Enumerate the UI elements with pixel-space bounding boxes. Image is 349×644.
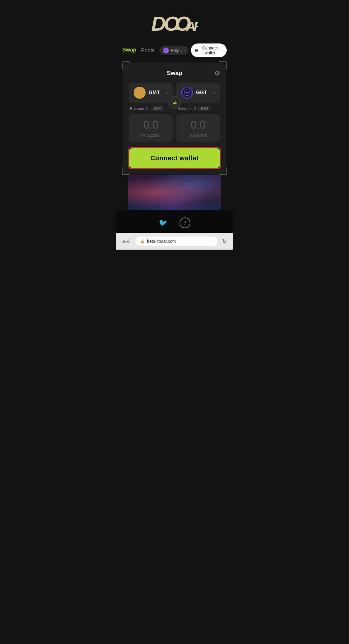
svg-marker-7 — [165, 49, 167, 52]
browser-bar-jp[interactable]: ああ — [122, 239, 131, 244]
main-area: Swap ⚙ ₿ GMT — [116, 62, 233, 210]
network-chevron-icon: › — [184, 48, 185, 52]
header: D O O A R — [116, 0, 233, 41]
reload-icon[interactable]: ↻ — [222, 238, 227, 245]
logo: D O O A R — [151, 11, 198, 35]
token-from-selector[interactable]: ₿ GMT › — [129, 83, 173, 103]
amount-from-value: 0.0 — [134, 119, 168, 131]
connect-wallet-nav-chevron-icon: › — [221, 48, 223, 52]
wallet-nav-icon: ⊟ — [195, 48, 199, 53]
nav-swap[interactable]: Swap — [122, 47, 136, 54]
token-to-balance-row: Balance: 0 MAX — [176, 105, 220, 112]
svg-text:R: R — [194, 19, 198, 33]
connect-wallet-nav-button[interactable]: ⊟ Connect wallet › — [191, 43, 227, 57]
tokens-row: ₿ GMT › Balance: 0 MAX ⇄ — [129, 83, 220, 112]
svg-point-15 — [186, 92, 188, 94]
token-to-name: GGT — [196, 90, 207, 96]
twitter-icon[interactable]: 🐦 — [159, 219, 168, 227]
settings-icon[interactable]: ⚙ — [214, 69, 220, 77]
token-to-max-button[interactable]: MAX — [198, 106, 211, 111]
corner-tr — [219, 61, 227, 70]
amounts-row: 0.0 $ 0.123207 0.0 $ 5.66188 — [129, 112, 220, 142]
token-to-section: GGT › Balance: 0 MAX — [176, 83, 220, 112]
swap-direction-button[interactable]: ⇄ — [168, 96, 181, 109]
swap-arrows-icon: ⇄ — [173, 100, 177, 105]
card-wrapper: Swap ⚙ ₿ GMT — [122, 62, 227, 175]
token-from-chevron-icon: › — [166, 90, 168, 95]
amount-from-usd: $ 0.123207 — [134, 133, 168, 138]
amount-from-section[interactable]: 0.0 $ 0.123207 — [129, 114, 173, 142]
token-from-max-button[interactable]: MAX — [151, 106, 163, 111]
token-to-chevron-icon: › — [214, 90, 215, 95]
footer: 🐦 ? — [116, 210, 233, 233]
gmt-icon: ₿ — [134, 87, 146, 99]
swap-panel: Swap ⚙ ₿ GMT — [123, 63, 226, 174]
corner-bl — [122, 167, 130, 175]
token-from-balance-row: Balance: 0 MAX — [129, 105, 173, 112]
background-art-inner — [128, 175, 221, 210]
token-to-selector[interactable]: GGT › — [176, 83, 220, 103]
background-art — [128, 175, 221, 210]
token-from-name: GMT — [149, 90, 160, 96]
ggt-icon — [181, 87, 193, 99]
connect-wallet-button[interactable]: Connect wallet — [129, 148, 220, 168]
browser-bar: ああ 🔒 beta.dooar.com ↻ — [116, 233, 233, 250]
amount-to-usd: $ 5.66188 — [181, 133, 215, 138]
navigation: Swap Pools Poly... › ⊟ Connect wallet › — [116, 41, 233, 62]
token-from-balance: Balance: 0 — [130, 106, 148, 111]
lock-icon: 🔒 — [140, 239, 145, 243]
browser-bar-url-text: beta.dooar.com — [147, 239, 176, 244]
token-from-section: ₿ GMT › Balance: 0 MAX — [129, 83, 173, 112]
swap-panel-title: Swap — [167, 70, 182, 77]
svg-text:₿: ₿ — [139, 90, 141, 95]
help-icon[interactable]: ? — [180, 217, 190, 228]
swap-direction-wrapper: ⇄ — [168, 96, 181, 109]
amount-to-section[interactable]: 0.0 $ 5.66188 — [176, 114, 220, 142]
connect-wallet-wrapper: Connect wallet — [129, 148, 220, 168]
amount-to-value: 0.0 — [181, 119, 215, 131]
connect-wallet-nav-text: Connect wallet — [200, 46, 220, 55]
network-label: Poly... — [171, 48, 182, 53]
network-selector[interactable]: Poly... › — [159, 46, 189, 55]
nav-pools[interactable]: Pools — [141, 47, 155, 54]
polygon-icon — [163, 47, 169, 53]
swap-panel-header: Swap ⚙ — [129, 70, 220, 77]
corner-br — [219, 167, 227, 175]
corner-tl — [122, 61, 130, 70]
browser-bar-url[interactable]: 🔒 beta.dooar.com — [135, 237, 217, 246]
